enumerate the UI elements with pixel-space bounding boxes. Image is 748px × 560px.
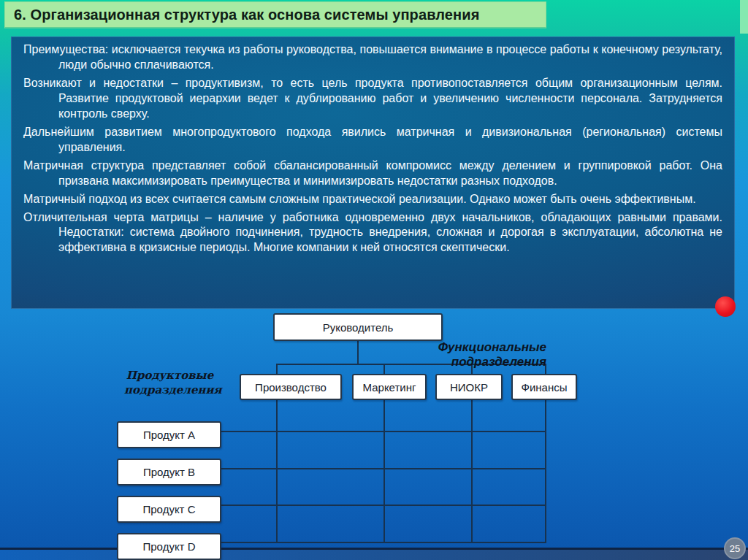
grid-line-horizontal-product-b	[219, 468, 546, 469]
product-box-label: Продукт D	[143, 540, 196, 553]
text-panel: Преимущества: исключается текучка из раб…	[11, 37, 735, 309]
paragraph-further-development: Дальнейшим развитием многопродуктового п…	[23, 125, 722, 156]
paragraph-matrix-approach: Матричный подход из всех считается самым…	[23, 192, 722, 207]
page-number-badge: 25	[724, 537, 746, 559]
red-dot-indicator	[715, 296, 736, 317]
slide-canvas: 6. Организационная структура как основа …	[0, 0, 748, 560]
function-box-rd: НИОКР	[435, 374, 503, 400]
product-box-a: Продукт A	[117, 421, 221, 448]
function-box-finance: Финансы	[511, 374, 577, 400]
function-box-marketing: Маркетинг	[352, 374, 427, 400]
paragraph-matrix-feature: Отличительная черта матрицы – наличие у …	[23, 210, 722, 256]
function-box-label: НИОКР	[450, 381, 488, 394]
root-box-label: Руководитель	[323, 321, 394, 334]
product-box-b: Продукт B	[117, 459, 221, 486]
grid-line-horizontal-product-d	[219, 542, 546, 543]
page-number: 25	[730, 543, 740, 554]
product-box-label: Продукт C	[143, 503, 196, 515]
paragraph-matrix-structure: Матричная структура представляет собой с…	[23, 158, 722, 189]
functional-units-label: Функциональные подразделения	[364, 340, 546, 369]
product-box-d: Продукт D	[117, 533, 221, 560]
page-title: 6. Организационная структура как основа …	[14, 7, 479, 23]
grid-line-horizontal-product-c	[219, 505, 546, 506]
function-box-label: Маркетинг	[363, 381, 416, 394]
paragraph-drawbacks: Возникают и недостатки – продуктивизм, т…	[23, 76, 722, 122]
function-box-label: Финансы	[522, 381, 568, 394]
product-box-c: Продукт C	[117, 496, 221, 523]
product-box-label: Продукт A	[143, 429, 195, 441]
slide-title-bar: 6. Организационная структура как основа …	[4, 1, 546, 28]
product-units-label: Продуктовые подразделения	[124, 369, 215, 397]
paragraph-advantages: Преимущества: исключается текучка из раб…	[23, 42, 722, 73]
product-box-label: Продукт B	[143, 466, 195, 478]
root-stem-line	[357, 340, 359, 364]
function-box-label: Производство	[255, 381, 327, 394]
root-box-leader: Руководитель	[273, 313, 443, 341]
grid-line-horizontal-product-a	[219, 431, 546, 432]
footer-band	[0, 548, 748, 560]
corner-accent	[740, 0, 748, 34]
function-box-production: Производство	[240, 374, 342, 400]
